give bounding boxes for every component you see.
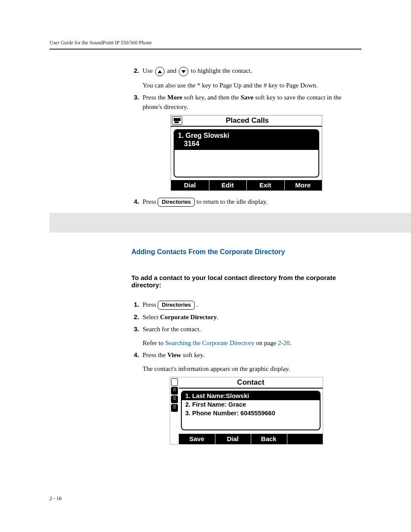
directories-hardkey: Directories: [158, 301, 195, 310]
step-number: 3.: [131, 93, 143, 112]
list-item: 1. Last Name:Slowski: [182, 392, 320, 400]
list-item: 1. Greg Slowski 3164: [174, 130, 318, 150]
arrow-up-icon: [155, 67, 165, 76]
phone-screen-contact: Contact 1. Last Name:Slowski 2. First Na…: [170, 377, 323, 445]
line-icon: [171, 395, 178, 403]
step-b2: 2. Select Corporate Directory.: [131, 312, 361, 322]
running-header: User Guide for the SoundPoint IP 550/560…: [50, 40, 361, 50]
step-b4: 4. Press the View soft key. The contact'…: [131, 350, 361, 373]
step-2-extra: You can also use the * key to Page Up an…: [143, 81, 361, 90]
page-number: 2 - 16: [50, 495, 62, 502]
section-heading: Adding Contacts From the Corporate Direc…: [131, 248, 361, 256]
step-2: 2. Use and to highlight the contact. You…: [131, 66, 361, 90]
xref-page[interactable]: 2-20: [278, 339, 290, 346]
step-2-text: Use and to highlight the contact.: [143, 66, 361, 76]
step-number: 2.: [131, 66, 143, 90]
directories-hardkey: Directories: [158, 198, 195, 207]
softkey-back: Back: [251, 434, 287, 444]
step-b3-ref: Refer to Searching the Corporate Directo…: [143, 338, 361, 348]
procedure-leadin: To add a contact to your local contact d…: [131, 274, 361, 289]
step-b4-text: Press the View soft key.: [143, 350, 361, 360]
step-number: 3.: [131, 324, 143, 348]
step-b1: 1. Press Directories .: [131, 300, 361, 310]
step-4-text: Press Directories to return to the idle …: [143, 197, 361, 207]
phone-screen-placed-calls: Placed Calls 1. Greg Slowski 3164 Dial E…: [171, 115, 322, 191]
xref-link[interactable]: Searching the Corporate Directory: [165, 339, 254, 346]
phone-line-icon: [172, 116, 182, 125]
line-icon: [171, 404, 178, 412]
step-3-text: Press the More soft key, and then the Sa…: [143, 93, 361, 112]
step-b2-text: Select Corporate Directory.: [143, 312, 361, 322]
line-icon: [171, 387, 178, 395]
step-number: 4.: [131, 197, 143, 207]
contact-fields: 1. Last Name:Slowski 2. First Name: Grac…: [181, 391, 321, 430]
note-band: [50, 213, 411, 233]
step-b1-text: Press Directories .: [143, 300, 361, 310]
screen-title: Contact: [179, 377, 323, 389]
call-list: 1. Greg Slowski 3164: [174, 129, 319, 177]
softkey-dial: Dial: [215, 434, 251, 444]
step-b3-text: Search for the contact.: [143, 324, 361, 334]
softkey-edit: Edit: [209, 180, 247, 190]
list-item: 2. First Name: Grace: [182, 400, 320, 409]
step-b3: 3. Search for the contact. Refer to Sear…: [131, 324, 361, 348]
softkey-more: More: [284, 180, 322, 190]
softkey-empty: [287, 434, 323, 444]
step-number: 1.: [131, 300, 143, 310]
softkey-dial: Dial: [171, 180, 209, 190]
step-number: 2.: [131, 312, 143, 322]
line-icon: [171, 378, 178, 386]
step-number: 4.: [131, 350, 143, 373]
softkey-save: Save: [179, 434, 215, 444]
step-4: 4. Press Directories to return to the id…: [131, 197, 361, 207]
step-b4-extra: The contact's information appears on the…: [143, 364, 361, 373]
list-item: 3. Phone Number: 6045559660: [182, 409, 320, 417]
arrow-down-icon: [179, 67, 188, 76]
step-3: 3. Press the More soft key, and then the…: [131, 93, 361, 112]
softkey-exit: Exit: [246, 180, 284, 190]
screen-title: Placed Calls: [184, 116, 322, 125]
